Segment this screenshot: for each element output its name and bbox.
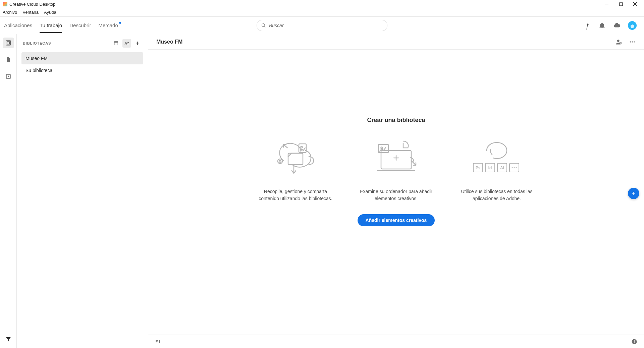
library-title: Museo FM	[156, 39, 182, 45]
onboard-caption-2: Examine su ordenador para añadir element…	[358, 188, 435, 202]
empty-state-title: Crear una biblioteca	[367, 117, 425, 124]
search-box[interactable]	[257, 20, 387, 31]
svg-rect-1	[620, 3, 623, 6]
menu-archivo[interactable]: Archivo	[3, 10, 17, 15]
svg-point-4	[262, 23, 265, 26]
svg-rect-7	[7, 42, 10, 44]
top-nav: Aplicaciones Tu trabajo Descubrir Mercad…	[0, 17, 644, 34]
menu-ayuda[interactable]: Ayuda	[44, 10, 56, 15]
cloud-sync-icon[interactable]	[613, 22, 621, 29]
svg-point-12	[630, 41, 631, 42]
svg-text:Id: Id	[488, 166, 492, 170]
svg-point-17	[301, 147, 303, 148]
add-elements-button[interactable]: Añadir elementos creativos	[358, 214, 435, 226]
new-library-button[interactable]: +	[133, 39, 142, 48]
search-icon	[261, 23, 266, 28]
search-input[interactable]	[269, 23, 383, 28]
rail-files-icon[interactable]	[3, 54, 14, 65]
left-rail	[0, 34, 17, 348]
app-logo-icon	[3, 2, 7, 6]
tab-mercado-label: Mercado	[98, 22, 118, 28]
svg-point-18	[278, 159, 282, 164]
rail-filter-icon[interactable]	[3, 334, 14, 345]
svg-rect-38	[634, 341, 635, 343]
tab-tu-trabajo[interactable]: Tu trabajo	[40, 18, 62, 33]
notifications-icon[interactable]	[598, 22, 606, 29]
tab-descubrir[interactable]: Descubrir	[69, 18, 91, 33]
window-title: Creative Cloud Desktop	[9, 2, 55, 7]
svg-point-32	[514, 167, 515, 168]
rail-libraries-icon[interactable]	[3, 38, 14, 48]
svg-text:Ai: Ai	[500, 166, 504, 170]
browse-illustration-icon	[371, 137, 421, 177]
onboard-caption-1: Recopile, gestione y comparta contenido …	[257, 188, 334, 202]
window-maximize-button[interactable]	[618, 1, 624, 7]
svg-line-5	[264, 26, 265, 27]
more-options-icon[interactable]	[629, 38, 636, 46]
svg-text:Ps: Ps	[476, 166, 481, 170]
svg-rect-6	[6, 41, 11, 45]
invite-icon[interactable]	[615, 38, 623, 46]
view-sort-icon[interactable]	[154, 338, 162, 345]
fonts-icon[interactable]: f	[584, 22, 591, 29]
svg-point-39	[634, 340, 635, 341]
sort-recent-icon[interactable]	[112, 39, 120, 48]
svg-point-19	[279, 160, 281, 162]
sort-alpha-icon[interactable]: AZ	[122, 39, 131, 48]
svg-point-33	[516, 167, 517, 168]
account-avatar[interactable]	[628, 21, 637, 30]
svg-point-31	[512, 167, 513, 168]
floating-add-button[interactable]: +	[628, 188, 639, 199]
library-item-museo-fm[interactable]: Museo FM	[21, 52, 143, 64]
window-titlebar: Creative Cloud Desktop	[0, 0, 644, 8]
notification-dot-icon	[119, 22, 121, 24]
onboard-card-browse: Examine su ordenador para añadir element…	[358, 137, 435, 202]
svg-point-14	[634, 41, 635, 42]
window-minimize-button[interactable]	[604, 1, 610, 7]
sidebar-heading: BIBLIOTECAS	[23, 41, 51, 45]
svg-point-10	[617, 40, 620, 42]
menu-bar: Archivo Ventana Ayuda	[0, 8, 644, 17]
rail-shared-icon[interactable]	[3, 71, 14, 82]
svg-rect-9	[114, 42, 118, 45]
tab-aplicaciones[interactable]: Aplicaciones	[4, 18, 32, 33]
main-content: Museo FM Crear una biblioteca	[148, 34, 644, 348]
tab-mercado[interactable]: Mercado	[98, 18, 121, 33]
onboard-card-apps: Ps Id Ai Utilice sus bibliotecas en toda…	[458, 137, 535, 202]
library-item-su-biblioteca[interactable]: Su biblioteca	[21, 64, 143, 76]
menu-ventana[interactable]: Ventana	[22, 10, 39, 15]
info-icon[interactable]	[631, 338, 638, 345]
window-close-button[interactable]	[632, 1, 638, 7]
apps-illustration-icon: Ps Id Ai	[468, 137, 525, 177]
collect-illustration-icon	[272, 137, 319, 177]
onboard-card-collect: Recopile, gestione y comparta contenido …	[257, 137, 334, 202]
libraries-sidebar: BIBLIOTECAS AZ + Museo FM Su biblioteca	[17, 34, 148, 348]
svg-point-13	[632, 41, 633, 42]
onboard-caption-3: Utilice sus bibliotecas en todas las apl…	[458, 188, 535, 202]
